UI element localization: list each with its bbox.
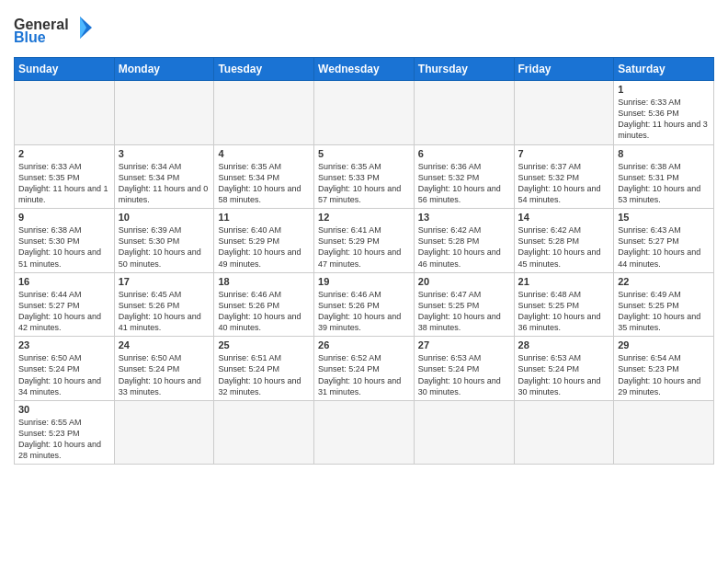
logo: General Blue [14, 9, 97, 50]
day-number: 21 [518, 276, 610, 287]
day-number: 22 [618, 276, 710, 287]
day-number: 15 [618, 212, 710, 223]
calendar-cell: 1Sunrise: 6:33 AM Sunset: 5:36 PM Daylig… [614, 81, 714, 145]
calendar-body: 1Sunrise: 6:33 AM Sunset: 5:36 PM Daylig… [15, 81, 714, 465]
calendar-cell: 12Sunrise: 6:41 AM Sunset: 5:29 PM Dayli… [314, 209, 415, 273]
day-content: Sunrise: 6:41 AM Sunset: 5:29 PM Dayligh… [318, 224, 410, 270]
day-content: Sunrise: 6:38 AM Sunset: 5:30 PM Dayligh… [18, 224, 110, 270]
calendar-cell [314, 400, 415, 465]
weekday-header-saturday: Saturday [614, 58, 714, 81]
calendar-cell: 29Sunrise: 6:54 AM Sunset: 5:23 PM Dayli… [614, 337, 714, 401]
calendar-cell [114, 81, 214, 145]
calendar-table: SundayMondayTuesdayWednesdayThursdayFrid… [14, 57, 714, 465]
calendar-cell: 23Sunrise: 6:50 AM Sunset: 5:24 PM Dayli… [15, 337, 115, 401]
day-number: 1 [618, 84, 710, 95]
calendar-cell [214, 81, 314, 145]
day-number: 29 [618, 339, 710, 350]
calendar-cell [414, 81, 514, 145]
calendar-cell: 6Sunrise: 6:36 AM Sunset: 5:32 PM Daylig… [414, 144, 514, 209]
day-content: Sunrise: 6:37 AM Sunset: 5:32 PM Dayligh… [518, 161, 610, 206]
calendar-cell: 8Sunrise: 6:38 AM Sunset: 5:31 PM Daylig… [614, 144, 714, 209]
calendar-week-row: 30Sunrise: 6:55 AM Sunset: 5:23 PM Dayli… [15, 400, 714, 465]
calendar-week-row: 16Sunrise: 6:44 AM Sunset: 5:27 PM Dayli… [15, 272, 714, 337]
calendar-week-row: 9Sunrise: 6:38 AM Sunset: 5:30 PM Daylig… [15, 209, 714, 273]
calendar-cell [614, 400, 714, 465]
day-content: Sunrise: 6:34 AM Sunset: 5:34 PM Dayligh… [119, 161, 210, 206]
calendar-week-row: 23Sunrise: 6:50 AM Sunset: 5:24 PM Dayli… [15, 337, 714, 401]
day-number: 25 [218, 339, 310, 350]
day-content: Sunrise: 6:39 AM Sunset: 5:30 PM Dayligh… [119, 224, 210, 270]
day-content: Sunrise: 6:53 AM Sunset: 5:24 PM Dayligh… [518, 352, 610, 397]
weekday-header-thursday: Thursday [414, 58, 514, 81]
calendar-week-row: 2Sunrise: 6:33 AM Sunset: 5:35 PM Daylig… [15, 144, 714, 209]
day-number: 18 [218, 276, 310, 287]
day-content: Sunrise: 6:35 AM Sunset: 5:33 PM Dayligh… [318, 161, 410, 206]
day-content: Sunrise: 6:44 AM Sunset: 5:27 PM Dayligh… [18, 289, 110, 334]
calendar-cell: 17Sunrise: 6:45 AM Sunset: 5:26 PM Dayli… [114, 272, 214, 337]
calendar-cell: 16Sunrise: 6:44 AM Sunset: 5:27 PM Dayli… [15, 272, 115, 337]
day-number: 12 [318, 212, 410, 223]
logo-area: General Blue [14, 9, 97, 50]
day-content: Sunrise: 6:43 AM Sunset: 5:27 PM Dayligh… [618, 224, 710, 270]
day-content: Sunrise: 6:33 AM Sunset: 5:36 PM Dayligh… [618, 97, 710, 142]
day-number: 14 [518, 212, 610, 223]
day-content: Sunrise: 6:40 AM Sunset: 5:29 PM Dayligh… [218, 224, 310, 270]
day-number: 6 [418, 148, 510, 159]
weekday-header-tuesday: Tuesday [214, 58, 314, 81]
day-content: Sunrise: 6:53 AM Sunset: 5:24 PM Dayligh… [418, 352, 510, 397]
calendar-cell [114, 400, 214, 465]
weekday-header-monday: Monday [114, 58, 214, 81]
day-number: 4 [218, 148, 310, 159]
day-content: Sunrise: 6:45 AM Sunset: 5:26 PM Dayligh… [119, 289, 210, 334]
calendar-cell [514, 400, 614, 465]
day-content: Sunrise: 6:54 AM Sunset: 5:23 PM Dayligh… [618, 352, 710, 397]
day-number: 28 [518, 339, 610, 350]
calendar-cell: 15Sunrise: 6:43 AM Sunset: 5:27 PM Dayli… [614, 209, 714, 273]
day-number: 23 [18, 339, 110, 350]
calendar-cell: 27Sunrise: 6:53 AM Sunset: 5:24 PM Dayli… [414, 337, 514, 401]
day-content: Sunrise: 6:42 AM Sunset: 5:28 PM Dayligh… [518, 224, 610, 270]
day-content: Sunrise: 6:48 AM Sunset: 5:25 PM Dayligh… [518, 289, 610, 334]
day-number: 5 [318, 148, 410, 159]
day-number: 2 [18, 148, 110, 159]
calendar-cell: 19Sunrise: 6:46 AM Sunset: 5:26 PM Dayli… [314, 272, 415, 337]
calendar-cell [514, 81, 614, 145]
day-content: Sunrise: 6:38 AM Sunset: 5:31 PM Dayligh… [618, 161, 710, 206]
calendar-cell: 18Sunrise: 6:46 AM Sunset: 5:26 PM Dayli… [214, 272, 314, 337]
day-content: Sunrise: 6:42 AM Sunset: 5:28 PM Dayligh… [418, 224, 510, 270]
day-number: 11 [218, 212, 310, 223]
calendar-cell: 10Sunrise: 6:39 AM Sunset: 5:30 PM Dayli… [114, 209, 214, 273]
calendar-cell: 25Sunrise: 6:51 AM Sunset: 5:24 PM Dayli… [214, 337, 314, 401]
calendar-cell: 14Sunrise: 6:42 AM Sunset: 5:28 PM Dayli… [514, 209, 614, 273]
weekday-header-sunday: Sunday [15, 58, 115, 81]
day-content: Sunrise: 6:35 AM Sunset: 5:34 PM Dayligh… [218, 161, 310, 206]
calendar-cell: 24Sunrise: 6:50 AM Sunset: 5:24 PM Dayli… [114, 337, 214, 401]
day-number: 19 [318, 276, 410, 287]
calendar-header: SundayMondayTuesdayWednesdayThursdayFrid… [15, 58, 714, 81]
calendar-cell: 2Sunrise: 6:33 AM Sunset: 5:35 PM Daylig… [15, 144, 115, 209]
day-number: 9 [18, 212, 110, 223]
calendar-page: General Blue SundayMondayTuesdayWednesda… [0, 0, 728, 563]
day-number: 26 [318, 339, 410, 350]
day-number: 27 [418, 339, 510, 350]
calendar-cell: 22Sunrise: 6:49 AM Sunset: 5:25 PM Dayli… [614, 272, 714, 337]
day-content: Sunrise: 6:51 AM Sunset: 5:24 PM Dayligh… [218, 352, 310, 397]
day-number: 7 [518, 148, 610, 159]
day-content: Sunrise: 6:50 AM Sunset: 5:24 PM Dayligh… [119, 352, 210, 397]
weekday-header-row: SundayMondayTuesdayWednesdayThursdayFrid… [15, 58, 714, 81]
calendar-cell [314, 81, 415, 145]
day-content: Sunrise: 6:46 AM Sunset: 5:26 PM Dayligh… [218, 289, 310, 334]
day-content: Sunrise: 6:33 AM Sunset: 5:35 PM Dayligh… [18, 161, 110, 206]
calendar-cell [15, 81, 115, 145]
day-number: 10 [119, 212, 210, 223]
calendar-cell: 30Sunrise: 6:55 AM Sunset: 5:23 PM Dayli… [15, 400, 115, 465]
day-content: Sunrise: 6:46 AM Sunset: 5:26 PM Dayligh… [318, 289, 410, 334]
calendar-cell: 21Sunrise: 6:48 AM Sunset: 5:25 PM Dayli… [514, 272, 614, 337]
calendar-cell: 11Sunrise: 6:40 AM Sunset: 5:29 PM Dayli… [214, 209, 314, 273]
calendar-cell [414, 400, 514, 465]
weekday-header-wednesday: Wednesday [314, 58, 415, 81]
weekday-header-friday: Friday [514, 58, 614, 81]
day-content: Sunrise: 6:49 AM Sunset: 5:25 PM Dayligh… [618, 289, 710, 334]
day-number: 8 [618, 148, 710, 159]
day-number: 30 [18, 404, 110, 415]
